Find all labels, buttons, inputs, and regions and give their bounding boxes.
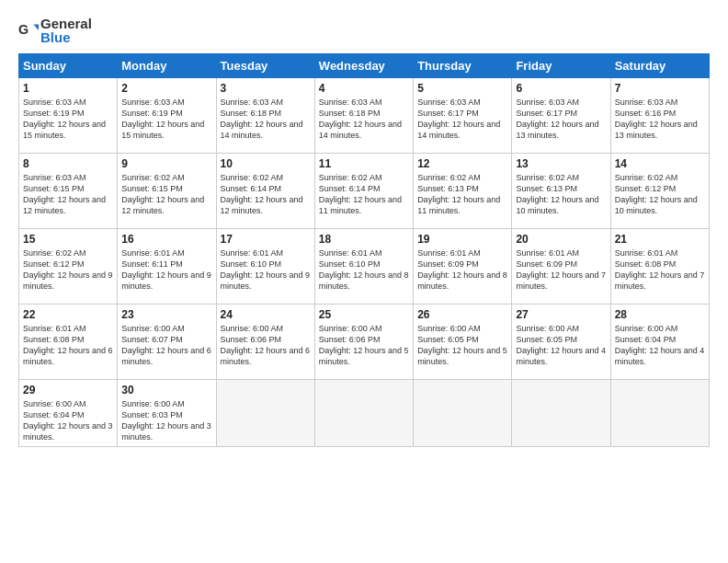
calendar-cell: 23 Sunrise: 6:00 AM Sunset: 6:07 PM Dayl… [118,304,216,380]
day-info: Sunrise: 6:00 AM Sunset: 6:06 PM Dayligh… [221,323,311,368]
day-info: Sunrise: 6:01 AM Sunset: 6:10 PM Dayligh… [319,247,409,293]
day-number: 25 [319,308,409,321]
calendar-cell: 13 Sunrise: 6:02 AM Sunset: 6:13 PM Dayl… [512,154,610,229]
day-info: Sunrise: 6:01 AM Sunset: 6:09 PM Dayligh… [417,247,507,293]
calendar-cell: 9 Sunrise: 6:02 AM Sunset: 6:15 PM Dayli… [118,154,216,229]
svg-text:G: G [18,22,28,37]
day-number: 2 [121,82,211,95]
calendar-cell [512,380,610,447]
day-number: 28 [615,308,705,321]
week-row-1: 1 Sunrise: 6:03 AM Sunset: 6:19 PM Dayli… [19,78,710,154]
calendar-cell: 5 Sunrise: 6:03 AM Sunset: 6:17 PM Dayli… [414,78,512,154]
day-info: Sunrise: 6:01 AM Sunset: 6:08 PM Dayligh… [615,247,705,293]
calendar-cell: 7 Sunrise: 6:03 AM Sunset: 6:16 PM Dayli… [610,78,709,154]
day-info: Sunrise: 6:02 AM Sunset: 6:14 PM Dayligh… [221,172,311,217]
day-number: 16 [121,233,211,246]
day-info: Sunrise: 6:03 AM Sunset: 6:18 PM Dayligh… [319,97,409,142]
calendar-cell: 4 Sunrise: 6:03 AM Sunset: 6:18 PM Dayli… [314,78,413,154]
day-info: Sunrise: 6:00 AM Sunset: 6:05 PM Dayligh… [417,323,507,368]
day-number: 26 [417,308,507,321]
day-info: Sunrise: 6:03 AM Sunset: 6:15 PM Dayligh… [23,172,113,217]
calendar-cell: 21 Sunrise: 6:01 AM Sunset: 6:08 PM Dayl… [610,229,709,304]
day-info: Sunrise: 6:01 AM Sunset: 6:09 PM Dayligh… [516,247,606,293]
calendar-cell: 12 Sunrise: 6:02 AM Sunset: 6:13 PM Dayl… [414,154,512,229]
day-info: Sunrise: 6:01 AM Sunset: 6:08 PM Dayligh… [23,323,113,368]
calendar-cell: 1 Sunrise: 6:03 AM Sunset: 6:19 PM Dayli… [19,78,118,154]
day-number: 23 [121,308,211,321]
weekday-header-wednesday: Wednesday [314,54,413,78]
header: G General Blue [18,17,710,44]
day-number: 1 [23,82,113,95]
calendar-cell: 8 Sunrise: 6:03 AM Sunset: 6:15 PM Dayli… [19,154,118,229]
calendar-cell: 25 Sunrise: 6:00 AM Sunset: 6:06 PM Dayl… [314,304,413,380]
day-info: Sunrise: 6:00 AM Sunset: 6:03 PM Dayligh… [121,398,211,443]
calendar-cell [216,380,314,447]
day-info: Sunrise: 6:02 AM Sunset: 6:13 PM Dayligh… [417,172,507,217]
logo-blue: Blue [40,29,71,45]
calendar-cell: 6 Sunrise: 6:03 AM Sunset: 6:17 PM Dayli… [512,78,610,154]
day-number: 20 [516,233,606,246]
day-info: Sunrise: 6:03 AM Sunset: 6:17 PM Dayligh… [417,97,507,142]
week-row-4: 22 Sunrise: 6:01 AM Sunset: 6:08 PM Dayl… [19,304,710,380]
calendar-cell: 2 Sunrise: 6:03 AM Sunset: 6:19 PM Dayli… [118,78,216,154]
day-info: Sunrise: 6:02 AM Sunset: 6:12 PM Dayligh… [23,247,113,293]
weekday-header-monday: Monday [118,54,216,78]
calendar-cell: 22 Sunrise: 6:01 AM Sunset: 6:08 PM Dayl… [19,304,118,380]
calendar-cell: 20 Sunrise: 6:01 AM Sunset: 6:09 PM Dayl… [512,229,610,304]
calendar-cell: 18 Sunrise: 6:01 AM Sunset: 6:10 PM Dayl… [314,229,413,304]
day-number: 22 [23,308,113,321]
day-number: 8 [23,157,113,170]
day-info: Sunrise: 6:02 AM Sunset: 6:13 PM Dayligh… [516,172,606,217]
svg-marker-1 [34,24,40,30]
day-number: 24 [221,308,311,321]
day-info: Sunrise: 6:00 AM Sunset: 6:06 PM Dayligh… [319,323,409,368]
day-number: 19 [417,233,507,246]
calendar-cell [610,380,709,447]
calendar-cell: 17 Sunrise: 6:01 AM Sunset: 6:10 PM Dayl… [216,229,314,304]
day-info: Sunrise: 6:03 AM Sunset: 6:17 PM Dayligh… [516,97,606,142]
day-info: Sunrise: 6:00 AM Sunset: 6:04 PM Dayligh… [23,398,113,443]
calendar-cell: 11 Sunrise: 6:02 AM Sunset: 6:14 PM Dayl… [314,154,413,229]
day-number: 13 [516,157,606,170]
day-number: 3 [221,82,311,95]
day-number: 11 [319,157,409,170]
week-row-3: 15 Sunrise: 6:02 AM Sunset: 6:12 PM Dayl… [19,229,710,304]
calendar-cell: 16 Sunrise: 6:01 AM Sunset: 6:11 PM Dayl… [118,229,216,304]
day-number: 21 [615,233,705,246]
weekday-header-thursday: Thursday [414,54,512,78]
logo: G General Blue [18,17,92,44]
day-info: Sunrise: 6:00 AM Sunset: 6:05 PM Dayligh… [516,323,606,368]
calendar-cell [314,380,413,447]
day-number: 29 [23,384,113,396]
day-info: Sunrise: 6:00 AM Sunset: 6:04 PM Dayligh… [615,323,705,368]
calendar-cell: 30 Sunrise: 6:00 AM Sunset: 6:03 PM Dayl… [118,380,216,447]
page: G General Blue SundayMondayTuesdayWednes… [0,0,728,563]
calendar-cell: 15 Sunrise: 6:02 AM Sunset: 6:12 PM Dayl… [19,229,118,304]
day-info: Sunrise: 6:02 AM Sunset: 6:14 PM Dayligh… [319,172,409,217]
calendar-cell: 29 Sunrise: 6:00 AM Sunset: 6:04 PM Dayl… [19,380,118,447]
calendar-cell: 10 Sunrise: 6:02 AM Sunset: 6:14 PM Dayl… [216,154,314,229]
day-number: 18 [319,233,409,246]
day-number: 4 [319,82,409,95]
weekday-header-friday: Friday [512,54,610,78]
day-number: 30 [121,384,211,396]
day-info: Sunrise: 6:03 AM Sunset: 6:16 PM Dayligh… [615,97,705,142]
day-number: 7 [615,82,705,95]
day-info: Sunrise: 6:02 AM Sunset: 6:12 PM Dayligh… [615,172,705,217]
calendar: SundayMondayTuesdayWednesdayThursdayFrid… [18,53,710,447]
weekday-header-sunday: Sunday [19,54,118,78]
calendar-cell: 19 Sunrise: 6:01 AM Sunset: 6:09 PM Dayl… [414,229,512,304]
day-number: 12 [417,157,507,170]
day-number: 6 [516,82,606,95]
week-row-5: 29 Sunrise: 6:00 AM Sunset: 6:04 PM Dayl… [19,380,710,447]
weekday-header-saturday: Saturday [610,54,709,78]
weekday-header-row: SundayMondayTuesdayWednesdayThursdayFrid… [19,54,710,78]
week-row-2: 8 Sunrise: 6:03 AM Sunset: 6:15 PM Dayli… [19,154,710,229]
day-info: Sunrise: 6:01 AM Sunset: 6:11 PM Dayligh… [121,247,211,293]
day-number: 14 [615,157,705,170]
day-number: 17 [221,233,311,246]
weekday-header-tuesday: Tuesday [216,54,314,78]
day-number: 15 [23,233,113,246]
day-info: Sunrise: 6:03 AM Sunset: 6:18 PM Dayligh… [221,97,311,142]
calendar-cell: 14 Sunrise: 6:02 AM Sunset: 6:12 PM Dayl… [610,154,709,229]
